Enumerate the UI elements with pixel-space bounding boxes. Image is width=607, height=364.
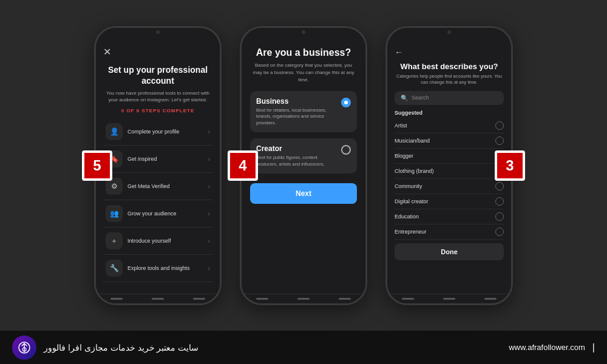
menu-label-meta: Get Meta Verified: [127, 183, 170, 189]
chevron-audience: ›: [208, 211, 210, 217]
menu-item-audience[interactable]: 👥 Grow your audience ›: [103, 200, 212, 228]
separator: |: [592, 342, 595, 353]
phone-wrapper-5: 5 ✕ Set up your professional account You…: [94, 26, 222, 305]
phone3-bottom-bar: [387, 294, 511, 303]
next-button[interactable]: Next: [250, 183, 357, 204]
close-icon[interactable]: ✕: [103, 47, 111, 57]
category-community[interactable]: Community: [395, 179, 504, 194]
back-icon[interactable]: ←: [395, 47, 403, 57]
main-content: 5 ✕ Set up your professional account You…: [0, 0, 607, 331]
profile-icon: 👤: [106, 123, 123, 140]
menu-label-introduce: Introduce yourself: [127, 238, 171, 244]
step-badge-4: 4: [228, 150, 258, 181]
option-creator[interactable]: Creator Best for public figures, content…: [250, 138, 357, 174]
category-musician[interactable]: Musician/band: [395, 133, 504, 149]
category-blogger[interactable]: Blogger: [395, 149, 504, 164]
bottom-nav-icon6: [339, 298, 351, 300]
introduce-icon: ＋: [106, 232, 123, 249]
bottom-nav-icon3: [193, 298, 205, 300]
bottom-nav-icon8: [443, 298, 455, 300]
radio-entrepreneur[interactable]: [495, 228, 504, 236]
menu-item-tools[interactable]: 🔧 Explore tools and insights ›: [103, 255, 212, 282]
phone4-title: Are you a business?: [250, 47, 357, 58]
phone-4: Are you a business? Based on the categor…: [240, 26, 367, 305]
menu-item-meta[interactable]: ⚙ Get Meta Verified ›: [103, 173, 212, 200]
business-desc: Best for retailers, local businesses, br…: [256, 107, 337, 127]
phone3-title: What best describes you?: [395, 62, 504, 71]
afra-logo: [12, 335, 36, 360]
phone5-bottom-bar: [96, 294, 220, 303]
phone5-content: ✕ Set up your professional account You n…: [96, 42, 220, 303]
notch-4: [282, 30, 325, 42]
phone5-subtitle: You now have professional tools to conne…: [103, 90, 212, 103]
phone-3: ← What best describes you? Categories he…: [385, 26, 513, 305]
bottom-nav-icon7: [402, 298, 414, 300]
phone4-bottom-bar: [242, 294, 365, 303]
phone4-subtitle: Based on the category that you selected,…: [250, 62, 357, 84]
search-icon: 🔍: [401, 95, 408, 101]
category-education[interactable]: Education: [395, 209, 504, 224]
step-badge-5: 5: [82, 150, 112, 181]
phone-wrapper-4: 4 Are you a business? Based on the categ…: [240, 26, 367, 305]
creator-title: Creator: [256, 144, 337, 153]
phone3-header: ←: [395, 42, 504, 59]
step-badge-3: 3: [495, 150, 525, 181]
chevron-inspired: ›: [208, 156, 210, 163]
bottom-nav-icon4: [256, 298, 268, 300]
bottom-nav-icon9: [484, 298, 497, 300]
search-placeholder: Search: [412, 95, 429, 101]
category-entrepreneur[interactable]: Entrepreneur: [395, 224, 504, 240]
radio-digital[interactable]: [495, 197, 504, 206]
phone3-content: ← What best describes you? Categories he…: [387, 42, 511, 303]
notch-3: [428, 30, 470, 42]
chevron-tools: ›: [208, 265, 210, 272]
site-url: www.afrafollower.com: [509, 343, 585, 352]
bottom-nav-icon: [110, 298, 123, 300]
radio-musician[interactable]: [495, 136, 504, 145]
bottom-bar: سایت معتبر خرید خدمات مجازی افرا فالوور …: [0, 331, 607, 364]
bottom-bar-left: سایت معتبر خرید خدمات مجازی افرا فالوور: [12, 335, 198, 360]
phone5-header: ✕: [103, 42, 212, 61]
search-bar[interactable]: 🔍 Search: [395, 91, 504, 105]
menu-label-tools: Explore tools and insights: [127, 265, 190, 271]
creator-radio[interactable]: [341, 145, 351, 155]
chevron-profile: ›: [208, 129, 210, 135]
category-digital[interactable]: Digital creator: [395, 194, 504, 209]
done-button[interactable]: Done: [395, 243, 504, 260]
phone-5: ✕ Set up your professional account You n…: [94, 26, 222, 305]
notch-5: [137, 30, 179, 42]
site-description: سایت معتبر خرید خدمات مجازی افرا فالوور: [44, 343, 198, 352]
bottom-bar-right: www.afrafollower.com |: [509, 342, 595, 353]
chevron-introduce: ›: [208, 238, 210, 244]
radio-education[interactable]: [495, 212, 504, 221]
chevron-meta: ›: [208, 183, 210, 190]
tools-icon: 🔧: [106, 260, 123, 277]
menu-label-inspired: Get inspired: [127, 156, 157, 162]
phone5-title: Set up your professional account: [103, 64, 212, 86]
business-title: Business: [256, 97, 337, 106]
bottom-nav-icon5: [297, 298, 310, 300]
radio-artist[interactable]: [495, 121, 504, 130]
option-business[interactable]: Business Best for retailers, local busin…: [250, 91, 357, 133]
category-clothing[interactable]: Clothing (brand): [395, 164, 504, 179]
bottom-nav-icon2: [152, 298, 164, 300]
menu-label-audience: Grow your audience: [127, 211, 177, 217]
camera-dot-3: [447, 30, 451, 34]
radio-community[interactable]: [495, 182, 504, 190]
camera-dot-5: [156, 30, 160, 34]
phone-wrapper-3: 3 ← What best describes you? Categories …: [385, 26, 513, 305]
audience-icon: 👥: [106, 205, 123, 222]
menu-item-inspired[interactable]: 🔖 Get inspired ›: [103, 146, 212, 173]
camera-dot-4: [302, 30, 305, 34]
category-artist[interactable]: Artist: [395, 118, 504, 133]
creator-desc: Best for public figures, content produce…: [256, 155, 337, 167]
phone4-content: Are you a business? Based on the categor…: [242, 47, 365, 303]
menu-item-introduce[interactable]: ＋ Introduce yourself ›: [103, 228, 212, 255]
menu-item-profile[interactable]: 👤 Complete your profile ›: [103, 118, 212, 146]
menu-label-profile: Complete your profile: [127, 129, 180, 135]
phone5-steps: 0 OF 8 STEPS COMPLETE: [103, 108, 212, 113]
phone3-subtitle: Categories help people find accounts lik…: [395, 73, 504, 86]
business-radio[interactable]: [341, 98, 351, 107]
section-label-suggested: Suggested: [395, 110, 504, 116]
